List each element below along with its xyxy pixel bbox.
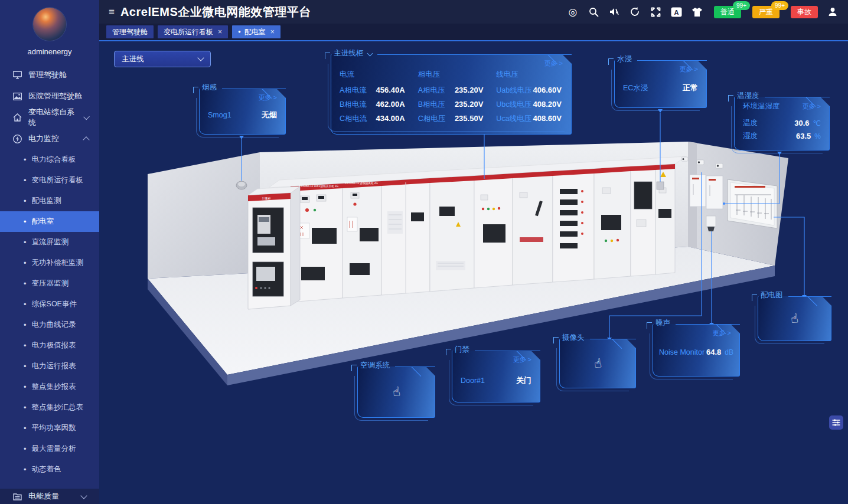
tab-label: 配电室 (244, 27, 266, 37)
frame-corner (728, 95, 733, 102)
feeder-select[interactable]: 主进线 (114, 51, 211, 67)
bullet-icon: • (24, 424, 27, 432)
sidebar-item-power-curve[interactable]: •电力曲线记录 (0, 315, 99, 335)
app-root: ≡ AcrelEMS企业微电网能效管理平台 ◎ A 普通 (0, 0, 848, 504)
tab-label: 变电所运行看板 (164, 27, 213, 37)
water-more-link[interactable]: 更多 > (680, 65, 698, 74)
camera-open-button[interactable]: ☝ (559, 339, 636, 388)
main-content: KYN28A-12 10KV进线开关柜 1G KYN28A-12 进线隔离柜 2… (99, 40, 848, 504)
metric-label: 湿度 (743, 131, 758, 141)
mute-icon[interactable] (608, 6, 620, 18)
username: adminenergy (0, 47, 99, 56)
hvac-open-button[interactable]: ☝ (357, 366, 435, 418)
header-bar: ≡ AcrelEMS企业微电网能效管理平台 ◎ A 普通 (99, 0, 848, 24)
bullet-icon: • (24, 280, 27, 287)
panel-title: 噪声 (655, 318, 670, 328)
sidebar-item-power-overview[interactable]: •电力综合看板 (0, 149, 99, 170)
metric-value: 63.5 (796, 132, 811, 140)
sidebar-item-max-demand[interactable]: •最大需量分析 (0, 438, 99, 459)
main-cabinet-panel: 主进线柜 更多 > 电流 A相电流456.40A B相电流462.00A C相电… (331, 50, 572, 129)
noise-more-link[interactable]: 更多 > (713, 329, 731, 338)
sidebar-item-distribution-room[interactable]: •配电室 (0, 211, 99, 232)
sidebar-item-extreme-report[interactable]: •电力极值报表 (0, 335, 99, 356)
sidebar-item-label: 医院管理驾驶舱 (28, 91, 82, 102)
tab-management-cockpit[interactable]: 管理驾驶舱 (106, 25, 154, 38)
fullscreen-icon[interactable] (650, 6, 661, 18)
refresh-icon[interactable] (629, 6, 641, 18)
tab-close-icon[interactable]: × (270, 28, 275, 36)
panel-title: 水浸 (617, 54, 632, 64)
bullet-icon: • (24, 197, 27, 205)
frame-corner (752, 294, 757, 301)
panel-title: 空调系统 (360, 361, 390, 371)
hamburger-menu-icon[interactable]: ≡ (109, 7, 115, 17)
sidebar-item-transformer-monitor[interactable]: •变压器监测 (0, 273, 99, 294)
sidebar-item-dynamic-coloring[interactable]: •动态着色 (0, 459, 99, 480)
chevron-down-icon (197, 54, 204, 61)
sidebar-item-reactive-compensation[interactable]: •无功补偿柜监测 (0, 253, 99, 273)
sidebar-item-hourly-report[interactable]: •整点集抄报表 (0, 377, 99, 397)
tab-close-icon[interactable]: × (218, 28, 222, 36)
home-icon (13, 113, 22, 122)
door-more-link[interactable]: 更多 > (513, 355, 531, 364)
tab-substation-board[interactable]: 变电所运行看板 × (158, 25, 228, 38)
scene-filter-button[interactable] (829, 415, 843, 430)
tab-label: 管理驾驶舱 (112, 27, 148, 37)
metric-unit: ℃ (813, 119, 821, 127)
power-monitoring-submenu: •电力综合看板 •变电所运行看板 •配电监测 •配电室 •直流屏监测 •无功补偿… (0, 149, 99, 480)
panel-title: 温湿度 (737, 91, 759, 101)
sensor-name: EC水浸 (623, 83, 648, 93)
sidebar-item-power-monitoring[interactable]: 电力监控 (0, 128, 99, 149)
sidebar-item-distribution-monitor[interactable]: •配电监测 (0, 191, 99, 211)
sidebar-item-substation-board[interactable]: •变电所运行看板 (0, 170, 99, 191)
sidebar-item-soe-events[interactable]: •综保SOE事件 (0, 294, 99, 315)
panel-title: 烟感 (202, 83, 217, 93)
sidebar-item-avg-power-factor[interactable]: •平均功率因数 (0, 418, 99, 438)
bullet-icon: • (24, 383, 27, 391)
sidebar-item-hourly-summary[interactable]: •整点集抄汇总表 (0, 397, 99, 418)
frame-corner (351, 365, 357, 371)
sidebar-item-operation-report[interactable]: •电力运行报表 (0, 356, 99, 377)
sensor-value: 无烟 (262, 110, 277, 120)
target-icon[interactable]: ◎ (567, 6, 579, 18)
panel-title: 摄像头 (562, 333, 585, 343)
metric-value: 30.6 (794, 119, 809, 127)
theme-shirt-icon[interactable] (691, 6, 703, 18)
smoke-more-link[interactable]: 更多 > (259, 93, 277, 102)
bullet-icon: • (24, 156, 27, 163)
column-header: 电流 (340, 70, 405, 80)
bullet-icon: • (24, 466, 27, 473)
frame-corner (647, 322, 652, 329)
sidebar-item-hospital-cockpit[interactable]: 医院管理驾驶舱 (0, 86, 99, 107)
chevron-down-icon[interactable] (367, 50, 373, 56)
column-header: 相电压 (418, 70, 484, 80)
sidebar-item-dc-screen[interactable]: •直流屏监测 (0, 232, 99, 253)
sensor-value: 64.8 (706, 348, 721, 356)
sidebar-item-management-cockpit[interactable]: 管理驾驶舱 (0, 64, 99, 86)
hand-pointer-icon: ☝ (593, 356, 602, 371)
sensor-value: 正常 (683, 83, 698, 93)
metric-label: 温度 (743, 118, 758, 128)
tab-bar: 管理驾驶舱 变电所运行看板 × ● 配电室 × (99, 24, 848, 41)
bullet-icon: • (24, 362, 27, 370)
chevron-down-icon (80, 492, 87, 499)
sidebar-nav: 管理驾驶舱 医院管理驾驶舱 变电站综自系统 电力监控 •电力综合看板 •变电所运… (0, 64, 99, 480)
bullet-icon: • (24, 445, 27, 453)
metric-unit: dB (725, 348, 733, 356)
bullet-icon: • (24, 300, 27, 308)
sensor-name: Door#1 (461, 377, 485, 385)
user-icon[interactable] (827, 6, 839, 18)
distribution-map-panel: 配电图 ☝ (758, 292, 831, 341)
sidebar-item-label: 管理驾驶舱 (28, 70, 67, 80)
distribution-map-open-button[interactable]: ☝ (758, 296, 831, 341)
alarm-badge-accident[interactable]: 事故 (791, 6, 818, 18)
main-cabinet-more-link[interactable]: 更多 > (544, 59, 563, 68)
sidebar-item-power-quality[interactable]: 电能质量 (0, 489, 99, 504)
bullet-icon: • (24, 176, 27, 184)
font-size-icon[interactable]: A (670, 6, 682, 18)
user-avatar[interactable] (33, 8, 66, 41)
tab-distribution-room[interactable]: ● 配电室 × (232, 25, 281, 38)
sidebar-item-substation-system[interactable]: 变电站综自系统 (0, 107, 99, 128)
alarm-badge-severe-wrap: 严重 99+ (752, 6, 779, 18)
search-icon[interactable] (588, 6, 599, 18)
